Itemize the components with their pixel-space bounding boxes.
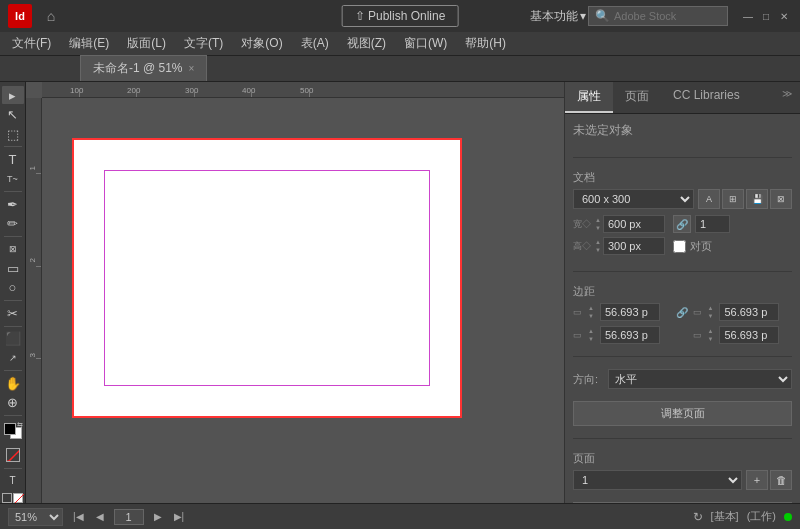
app-icon: Id — [8, 4, 32, 28]
pencil-tool-btn[interactable]: ✏ — [2, 214, 24, 232]
color-mode-btn-2[interactable] — [13, 493, 23, 503]
menu-edit[interactable]: 编辑(E) — [61, 33, 117, 54]
divider-2 — [573, 271, 792, 272]
doc-icon-btn-2[interactable]: ⊞ — [722, 189, 744, 209]
none-box[interactable] — [6, 448, 20, 462]
title-bar-left: Id ⌂ — [8, 4, 62, 28]
scissors-tool-btn[interactable]: ✂ — [2, 304, 24, 322]
facing-pages-row: 对页 — [673, 239, 712, 254]
page-num-select[interactable]: 1 — [573, 470, 742, 490]
doc-icon-btn-1[interactable]: A — [698, 189, 720, 209]
menu-help[interactable]: 帮助(H) — [457, 33, 514, 54]
pages-input[interactable] — [695, 215, 730, 233]
workspace-label[interactable]: 基本功能 ▾ — [530, 8, 586, 25]
nav-last-btn[interactable]: ▶| — [172, 511, 187, 522]
ruler-tick-5 — [309, 92, 310, 97]
width-stepper: ▲ ▼ — [595, 215, 665, 233]
width-up-arrow[interactable]: ▲ — [595, 216, 601, 224]
direction-select[interactable]: 水平 垂直 — [608, 369, 792, 389]
margin-right-up[interactable]: ▲ — [708, 304, 714, 312]
doc-icon-btn-3[interactable]: 💾 — [746, 189, 768, 209]
hand-tool-btn[interactable]: ✋ — [2, 374, 24, 392]
add-page-button[interactable]: + — [746, 470, 768, 490]
margin-right-input[interactable] — [719, 303, 779, 321]
menu-object[interactable]: 对象(O) — [233, 33, 290, 54]
close-button[interactable]: ✕ — [776, 8, 792, 24]
selection-tool-btn[interactable]: ▸ — [2, 86, 24, 104]
menu-text[interactable]: 文字(T) — [176, 33, 231, 54]
work-mode-label: (工作) — [747, 509, 776, 524]
stroke-box[interactable] — [4, 423, 16, 435]
menu-layout[interactable]: 版面(L) — [119, 33, 174, 54]
height-up-arrow[interactable]: ▲ — [595, 238, 601, 246]
refresh-icon[interactable]: ↻ — [693, 510, 703, 524]
adjust-page-button[interactable]: 调整页面 — [573, 401, 792, 426]
margin-section-label: 边距 — [573, 284, 792, 299]
home-button[interactable]: ⌂ — [40, 5, 62, 27]
page-tool-btn[interactable]: ⬚ — [2, 125, 24, 143]
margin-left-up[interactable]: ▲ — [708, 327, 714, 335]
ellipse-tool-btn[interactable]: ○ — [2, 279, 24, 297]
pages-section: 页面 1 + 🗑 — [573, 451, 792, 490]
publish-online-button[interactable]: ⇧ Publish Online — [342, 5, 459, 27]
margin-link-icon[interactable]: 🔗 — [675, 305, 689, 319]
margin-top-down[interactable]: ▼ — [588, 312, 594, 320]
ruler-mark-300: 300 — [185, 86, 198, 95]
ruler-tick-3 — [194, 92, 195, 97]
doc-preset-select[interactable]: 600 x 300 800 x 600 — [573, 189, 694, 209]
menu-file[interactable]: 文件(F) — [4, 33, 59, 54]
facing-pages-checkbox[interactable] — [673, 240, 686, 253]
edit-page-button[interactable]: 编辑页面 — [573, 502, 792, 503]
type-on-path-btn[interactable]: T~ — [2, 170, 24, 188]
gradient-tool-btn[interactable]: ⬛ — [2, 329, 24, 347]
panel-tabs: 属性 页面 CC Libraries ≫ — [565, 82, 800, 114]
canvas-area[interactable] — [42, 98, 564, 503]
height-down-arrow[interactable]: ▼ — [595, 246, 601, 254]
zoom-tool-btn[interactable]: ⊕ — [2, 394, 24, 412]
margin-left-input[interactable] — [719, 326, 779, 344]
type-tool-btn[interactable]: T — [2, 150, 24, 168]
nav-prev-btn[interactable]: ◀ — [94, 511, 106, 522]
doc-icon-btn-4[interactable]: ⊠ — [770, 189, 792, 209]
margin-left-down[interactable]: ▼ — [708, 335, 714, 343]
tab-cc-libraries[interactable]: CC Libraries — [661, 82, 752, 113]
document-tab[interactable]: 未命名-1 @ 51% × — [80, 55, 207, 81]
margin-right-down[interactable]: ▼ — [708, 312, 714, 320]
left-toolbar: ▸ ↖ ⬚ T T~ ✒ ✏ ⊠ ▭ ○ ✂ ⬛ ↗ ✋ ⊕ ⇆ — [0, 82, 26, 503]
search-icon: 🔍 — [595, 9, 610, 23]
margin-top-up[interactable]: ▲ — [588, 304, 594, 312]
rectangle-tool-btn[interactable]: ▭ — [2, 259, 24, 277]
margin-top-input[interactable] — [600, 303, 660, 321]
tab-properties[interactable]: 属性 — [565, 82, 613, 113]
rectangle-frame-btn[interactable]: ⊠ — [2, 240, 24, 258]
width-down-arrow[interactable]: ▼ — [595, 224, 601, 232]
page-number-input[interactable] — [114, 509, 144, 525]
menu-view[interactable]: 视图(Z) — [339, 33, 394, 54]
pen-tool-btn[interactable]: ✒ — [2, 195, 24, 213]
search-input[interactable] — [614, 10, 714, 22]
tab-pages[interactable]: 页面 — [613, 82, 661, 113]
height-input[interactable] — [603, 237, 665, 255]
lock-icon[interactable]: 🔗 — [673, 215, 691, 233]
direct-select-tool-btn[interactable]: ↖ — [2, 105, 24, 123]
margin-bottom-input[interactable] — [600, 326, 660, 344]
ruler-tick-4 — [251, 92, 252, 97]
width-input[interactable] — [603, 215, 665, 233]
menu-bar: 文件(F) 编辑(E) 版面(L) 文字(T) 对象(O) 表(A) 视图(Z)… — [0, 32, 800, 56]
minimize-button[interactable]: — — [740, 8, 756, 24]
nav-next-btn[interactable]: ▶ — [152, 511, 164, 522]
swap-icon[interactable]: ⇆ — [16, 421, 24, 429]
menu-table[interactable]: 表(A) — [293, 33, 337, 54]
margin-bottom-up[interactable]: ▲ — [588, 327, 594, 335]
gradient-feather-btn[interactable]: ↗ — [2, 349, 24, 367]
panel-expand-btn[interactable]: ≫ — [774, 82, 800, 113]
zoom-select[interactable]: 51% 100% 200% — [8, 508, 63, 526]
maximize-button[interactable]: □ — [758, 8, 774, 24]
nav-first-btn[interactable]: |◀ — [71, 511, 86, 522]
tab-close-button[interactable]: × — [189, 63, 195, 74]
margin-bottom-down[interactable]: ▼ — [588, 335, 594, 343]
menu-window[interactable]: 窗口(W) — [396, 33, 455, 54]
delete-page-button[interactable]: 🗑 — [770, 470, 792, 490]
color-mode-btn-1[interactable] — [2, 493, 12, 503]
text-frame-tool-btn[interactable]: T — [2, 472, 24, 490]
